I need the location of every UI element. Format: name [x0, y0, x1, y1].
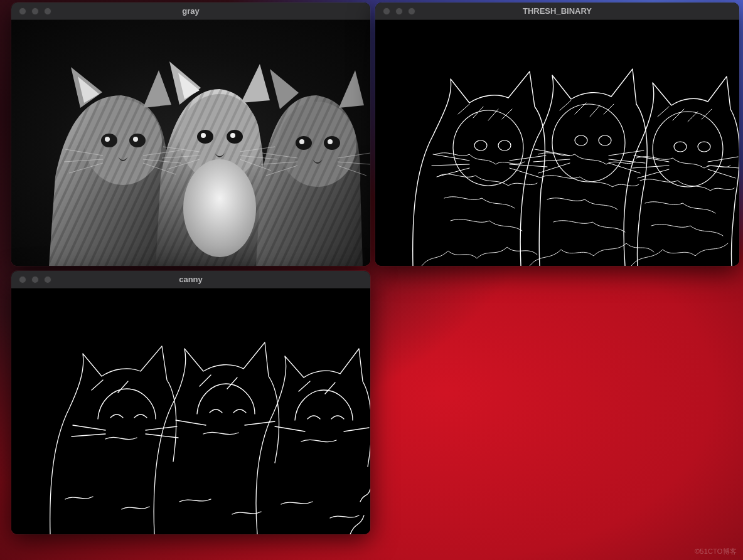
zoom-icon[interactable]	[408, 8, 415, 15]
svg-point-17	[279, 102, 356, 187]
traffic-lights	[375, 8, 415, 15]
titlebar-gray[interactable]: gray	[11, 3, 370, 20]
canny-edge-image	[11, 288, 370, 534]
grayscale-kittens-image	[11, 20, 370, 266]
close-icon[interactable]	[19, 276, 26, 283]
image-view-gray	[11, 20, 370, 266]
zoom-icon[interactable]	[44, 276, 51, 283]
window-thresh-binary[interactable]: THRESH_BINARY	[375, 3, 739, 266]
svg-point-20	[299, 139, 304, 144]
minimize-icon[interactable]	[31, 276, 39, 283]
close-icon[interactable]	[383, 8, 390, 15]
svg-point-21	[328, 139, 333, 144]
window-gray[interactable]: gray	[11, 3, 370, 266]
svg-point-4	[84, 100, 162, 185]
svg-point-8	[133, 137, 138, 142]
svg-rect-26	[11, 288, 370, 534]
svg-point-11	[183, 159, 256, 257]
image-view-canny	[11, 288, 370, 534]
traffic-lights	[11, 276, 51, 283]
close-icon[interactable]	[19, 8, 26, 15]
minimize-icon[interactable]	[31, 8, 39, 15]
svg-point-14	[201, 133, 206, 138]
titlebar-thresh[interactable]: THRESH_BINARY	[375, 3, 739, 20]
watermark-text: ©51CTO博客	[695, 547, 737, 556]
thresh-binary-edge-image	[375, 20, 739, 266]
window-title: gray	[11, 6, 370, 16]
zoom-icon[interactable]	[44, 8, 51, 15]
traffic-lights	[11, 8, 51, 15]
window-canny[interactable]: canny	[11, 271, 370, 534]
svg-point-15	[230, 133, 235, 138]
window-title: THRESH_BINARY	[375, 6, 739, 16]
image-view-thresh	[375, 20, 739, 266]
minimize-icon[interactable]	[395, 8, 403, 15]
window-title: canny	[11, 275, 370, 284]
titlebar-canny[interactable]: canny	[11, 271, 370, 288]
svg-point-7	[105, 137, 110, 142]
